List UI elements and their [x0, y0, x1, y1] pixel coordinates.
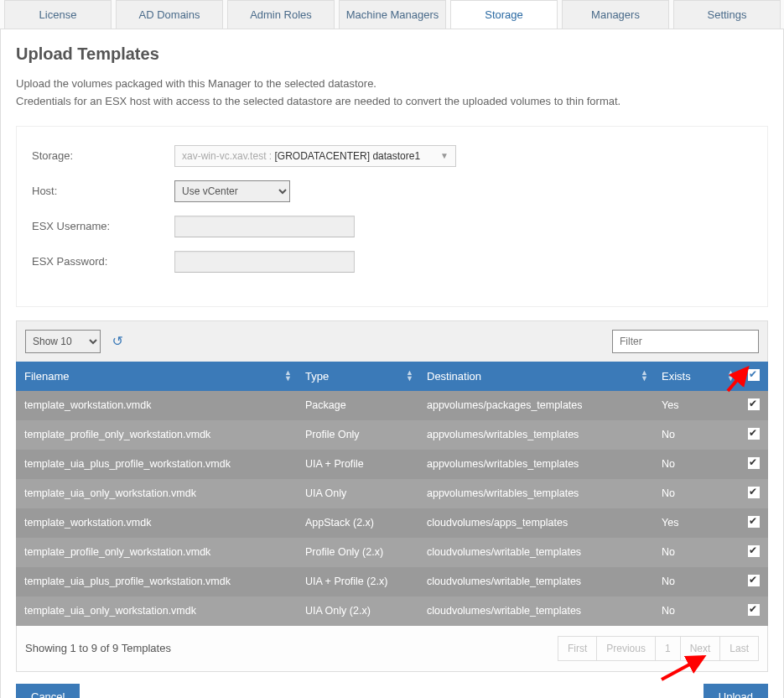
esx-username-label: ESX Username: [32, 220, 174, 232]
sort-icon: ▲▼ [727, 370, 735, 382]
cell-exists: No [653, 596, 740, 626]
cell-destination: cloudvolumes/writable_templates [418, 538, 653, 567]
cell-destination: cloudvolumes/writable_templates [418, 567, 653, 596]
desc-line1: Upload the volumes packaged with this Ma… [16, 76, 768, 93]
tab-storage[interactable]: Storage [450, 0, 558, 29]
filter-input[interactable] [612, 330, 759, 353]
col-destination[interactable]: Destination ▲▼ [418, 362, 653, 391]
cell-destination: appvolumes/packages_templates [418, 391, 653, 420]
row-checkbox[interactable] [748, 428, 760, 440]
cancel-button[interactable]: Cancel [16, 684, 80, 698]
row-checkbox[interactable] [748, 575, 760, 586]
page-description: Upload the volumes packaged with this Ma… [16, 76, 768, 111]
cell-type: UIA + Profile [297, 450, 418, 479]
host-label: Host: [32, 185, 174, 197]
cell-type: UIA Only (2.x) [297, 596, 418, 626]
col-type[interactable]: Type ▲▼ [297, 362, 418, 391]
tab-admin-roles[interactable]: Admin Roles [227, 0, 335, 29]
cell-check [740, 479, 768, 508]
desc-line2: Credentials for an ESX host with access … [16, 93, 768, 111]
cell-destination: cloudvolumes/writable_templates [418, 596, 653, 626]
cell-exists: Yes [653, 508, 740, 538]
upload-button[interactable]: Upload [704, 684, 768, 698]
table-info: Showing 1 to 9 of 9 Templates [25, 642, 171, 654]
cell-filename: template_profile_only_workstation.vmdk [16, 420, 297, 450]
sort-icon: ▲▼ [284, 370, 292, 382]
row-checkbox[interactable] [748, 398, 760, 410]
page-1[interactable]: 1 [656, 636, 681, 661]
page-first[interactable]: First [558, 636, 597, 661]
cell-type: AppStack (2.x) [297, 508, 418, 538]
page-next[interactable]: Next [681, 636, 721, 661]
cell-type: Profile Only (2.x) [297, 538, 418, 567]
tab-managers[interactable]: Managers [562, 0, 669, 29]
tab-settings[interactable]: Settings [673, 0, 781, 29]
storage-prefix: xav-win-vc.xav.test : [182, 150, 272, 162]
checkbox-all[interactable] [748, 369, 760, 381]
storage-select-text: xav-win-vc.xav.test : [GRODATACENTER] da… [182, 150, 420, 162]
chevron-down-icon: ▼ [440, 151, 449, 160]
table-row: template_uia_only_workstation.vmdkUIA On… [16, 479, 768, 508]
tab-bar: LicenseAD DomainsAdmin RolesMachine Mana… [0, 0, 784, 29]
table-row: template_workstation.vmdkPackageappvolum… [16, 391, 768, 420]
cell-filename: template_workstation.vmdk [16, 391, 297, 420]
col-exists[interactable]: Exists ▲▼ [653, 362, 740, 391]
cell-type: UIA Only [297, 479, 418, 508]
row-checkbox[interactable] [748, 516, 760, 528]
cell-check [740, 567, 768, 596]
cell-type: Profile Only [297, 420, 418, 450]
cell-filename: template_uia_plus_profile_workstation.vm… [16, 450, 297, 479]
reload-icon[interactable]: ↻ [112, 333, 123, 349]
table-row: template_uia_only_workstation.vmdkUIA On… [16, 596, 768, 626]
esx-password-label: ESX Password: [32, 255, 174, 268]
cell-check [740, 596, 768, 626]
col-checkall[interactable] [740, 362, 768, 391]
table-footer: Showing 1 to 9 of 9 Templates FirstPrevi… [16, 626, 768, 672]
cell-filename: template_profile_only_workstation.vmdk [16, 538, 297, 567]
cell-filename: template_uia_only_workstation.vmdk [16, 596, 297, 626]
cell-destination: cloudvolumes/apps_templates [418, 508, 653, 538]
host-select[interactable]: Use vCenter [174, 180, 290, 202]
row-checkbox[interactable] [748, 604, 760, 616]
table-row: template_uia_plus_profile_workstation.vm… [16, 567, 768, 596]
tab-ad-domains[interactable]: AD Domains [116, 0, 223, 29]
cell-exists: Yes [653, 391, 740, 420]
table-row: template_uia_plus_profile_workstation.vm… [16, 450, 768, 479]
main-panel: Upload Templates Upload the volumes pack… [0, 29, 784, 698]
table-row: template_profile_only_workstation.vmdkPr… [16, 538, 768, 567]
cell-exists: No [653, 450, 740, 479]
esx-username-field[interactable] [174, 216, 355, 237]
storage-label: Storage: [32, 149, 174, 162]
storage-value: [GRODATACENTER] datastore1 [274, 150, 420, 162]
cell-check [740, 391, 768, 420]
cell-check [740, 450, 768, 479]
cell-check [740, 508, 768, 538]
storage-select[interactable]: xav-win-vc.xav.test : [GRODATACENTER] da… [174, 145, 456, 167]
pagination: FirstPrevious1NextLast [558, 636, 759, 661]
page-previous[interactable]: Previous [597, 636, 656, 661]
row-checkbox[interactable] [748, 487, 760, 498]
tab-machine-managers[interactable]: Machine Managers [339, 0, 446, 29]
tab-license[interactable]: License [4, 0, 112, 29]
page-last[interactable]: Last [720, 636, 759, 661]
row-checkbox[interactable] [748, 457, 760, 469]
cell-type: UIA + Profile (2.x) [297, 567, 418, 596]
col-filename[interactable]: Filename ▲▼ [16, 362, 297, 391]
cell-check [740, 420, 768, 450]
cell-exists: No [653, 479, 740, 508]
sort-icon: ▲▼ [641, 370, 648, 382]
table-row: template_profile_only_workstation.vmdkPr… [16, 420, 768, 450]
cell-check [740, 538, 768, 567]
form-box: Storage: xav-win-vc.xav.test : [GRODATAC… [16, 126, 768, 307]
cell-filename: template_uia_plus_profile_workstation.vm… [16, 567, 297, 596]
sort-icon: ▲▼ [406, 370, 413, 382]
page-title: Upload Templates [16, 44, 768, 64]
row-checkbox[interactable] [748, 545, 760, 557]
esx-password-field[interactable] [174, 251, 355, 273]
cell-filename: template_workstation.vmdk [16, 508, 297, 538]
cell-destination: appvolumes/writables_templates [418, 420, 653, 450]
table-toolbar: Show 10 ↻ [16, 320, 768, 362]
show-count-select[interactable]: Show 10 [25, 330, 101, 353]
templates-table: Filename ▲▼ Type ▲▼ Destination ▲▼ Exist… [16, 362, 768, 626]
cell-filename: template_uia_only_workstation.vmdk [16, 479, 297, 508]
